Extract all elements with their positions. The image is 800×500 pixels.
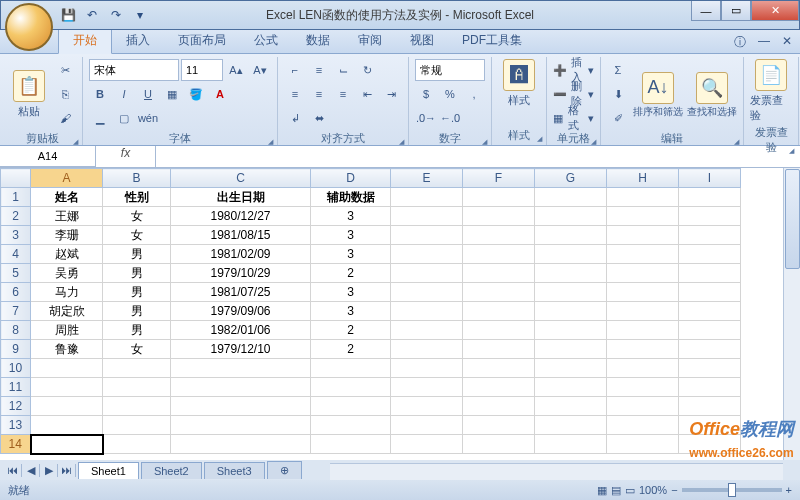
sheet-tab-1[interactable]: Sheet1 bbox=[78, 462, 139, 479]
align-right-icon[interactable]: ≡ bbox=[332, 83, 354, 105]
cell-H3[interactable] bbox=[607, 226, 679, 245]
cell-D2[interactable]: 3 bbox=[311, 207, 391, 226]
col-header-H[interactable]: H bbox=[607, 169, 679, 188]
cell-I4[interactable] bbox=[679, 245, 741, 264]
comma-icon[interactable]: , bbox=[463, 83, 485, 105]
cell-G14[interactable] bbox=[535, 435, 607, 454]
cell-F12[interactable] bbox=[463, 397, 535, 416]
tab-data[interactable]: 数据 bbox=[292, 28, 344, 53]
cell-C7[interactable]: 1979/09/06 bbox=[171, 302, 311, 321]
decrease-decimal-icon[interactable]: ←.0 bbox=[439, 107, 461, 129]
cell-F8[interactable] bbox=[463, 321, 535, 340]
horizontal-scrollbar[interactable] bbox=[330, 463, 783, 480]
cell-A6[interactable]: 马力 bbox=[31, 283, 103, 302]
cell-F9[interactable] bbox=[463, 340, 535, 359]
italic-button[interactable]: I bbox=[113, 83, 135, 105]
new-sheet-button[interactable]: ⊕ bbox=[267, 461, 302, 479]
sheet-tab-2[interactable]: Sheet2 bbox=[141, 462, 202, 479]
cell-C11[interactable] bbox=[171, 378, 311, 397]
cell-C14[interactable] bbox=[171, 435, 311, 454]
cell-I2[interactable] bbox=[679, 207, 741, 226]
cell-F6[interactable] bbox=[463, 283, 535, 302]
cell-I3[interactable] bbox=[679, 226, 741, 245]
cell-D10[interactable] bbox=[311, 359, 391, 378]
increase-decimal-icon[interactable]: .0→ bbox=[415, 107, 437, 129]
cell-D7[interactable]: 3 bbox=[311, 302, 391, 321]
cell-F5[interactable] bbox=[463, 264, 535, 283]
cell-H13[interactable] bbox=[607, 416, 679, 435]
zoom-slider[interactable] bbox=[682, 488, 782, 492]
cell-I6[interactable] bbox=[679, 283, 741, 302]
cell-B7[interactable]: 男 bbox=[103, 302, 171, 321]
tab-layout[interactable]: 页面布局 bbox=[164, 28, 240, 53]
cell-C1[interactable]: 出生日期 bbox=[171, 188, 311, 207]
view-layout-icon[interactable]: ▤ bbox=[611, 484, 621, 497]
cell-G7[interactable] bbox=[535, 302, 607, 321]
cell-A11[interactable] bbox=[31, 378, 103, 397]
row-header-12[interactable]: 12 bbox=[1, 397, 31, 416]
tab-review[interactable]: 审阅 bbox=[344, 28, 396, 53]
indent-inc-icon[interactable]: ⇥ bbox=[380, 83, 402, 105]
cell-G4[interactable] bbox=[535, 245, 607, 264]
cell-I11[interactable] bbox=[679, 378, 741, 397]
cell-G8[interactable] bbox=[535, 321, 607, 340]
cell-H6[interactable] bbox=[607, 283, 679, 302]
cell-B5[interactable]: 男 bbox=[103, 264, 171, 283]
cell-F7[interactable] bbox=[463, 302, 535, 321]
cell-A1[interactable]: 姓名 bbox=[31, 188, 103, 207]
cell-H9[interactable] bbox=[607, 340, 679, 359]
cell-G10[interactable] bbox=[535, 359, 607, 378]
cell-E9[interactable] bbox=[391, 340, 463, 359]
invoice-verify-button[interactable]: 📄 发票查验 bbox=[750, 59, 792, 123]
undo-icon[interactable]: ↶ bbox=[83, 6, 101, 24]
cell-I12[interactable] bbox=[679, 397, 741, 416]
help-icon[interactable]: ⓘ bbox=[734, 34, 746, 51]
cell-B10[interactable] bbox=[103, 359, 171, 378]
sheet-nav-last-icon[interactable]: ⏭ bbox=[58, 464, 76, 477]
cell-H4[interactable] bbox=[607, 245, 679, 264]
cell-A3[interactable]: 李珊 bbox=[31, 226, 103, 245]
cell-C5[interactable]: 1979/10/29 bbox=[171, 264, 311, 283]
find-select-button[interactable]: 🔍 查找和选择 bbox=[687, 59, 737, 129]
zoom-level[interactable]: 100% bbox=[639, 484, 667, 496]
cell-E12[interactable] bbox=[391, 397, 463, 416]
cell-F4[interactable] bbox=[463, 245, 535, 264]
align-top-icon[interactable]: ⌐ bbox=[284, 59, 306, 81]
cell-I5[interactable] bbox=[679, 264, 741, 283]
col-header-F[interactable]: F bbox=[463, 169, 535, 188]
cell-B8[interactable]: 男 bbox=[103, 321, 171, 340]
merge-center-icon[interactable]: ⬌ bbox=[308, 107, 330, 129]
border-icon[interactable]: ▦ bbox=[161, 83, 183, 105]
zoom-out-icon[interactable]: − bbox=[671, 484, 677, 496]
cell-A13[interactable] bbox=[31, 416, 103, 435]
border-bottom-icon[interactable]: ▁ bbox=[89, 107, 111, 129]
font-size-select[interactable] bbox=[181, 59, 223, 81]
cell-D14[interactable] bbox=[311, 435, 391, 454]
format-painter-icon[interactable]: 🖌 bbox=[54, 107, 76, 129]
number-format-select[interactable] bbox=[415, 59, 485, 81]
cell-E7[interactable] bbox=[391, 302, 463, 321]
cell-C13[interactable] bbox=[171, 416, 311, 435]
tab-insert[interactable]: 插入 bbox=[112, 28, 164, 53]
cell-H11[interactable] bbox=[607, 378, 679, 397]
col-header-C[interactable]: C bbox=[171, 169, 311, 188]
row-header-9[interactable]: 9 bbox=[1, 340, 31, 359]
cell-G13[interactable] bbox=[535, 416, 607, 435]
cell-E13[interactable] bbox=[391, 416, 463, 435]
zoom-in-icon[interactable]: + bbox=[786, 484, 792, 496]
cell-D1[interactable]: 辅助数据 bbox=[311, 188, 391, 207]
col-header-B[interactable]: B bbox=[103, 169, 171, 188]
cell-D9[interactable]: 2 bbox=[311, 340, 391, 359]
name-box[interactable]: A14 bbox=[0, 146, 96, 167]
cell-C3[interactable]: 1981/08/15 bbox=[171, 226, 311, 245]
row-header-1[interactable]: 1 bbox=[1, 188, 31, 207]
cell-D8[interactable]: 2 bbox=[311, 321, 391, 340]
font-name-select[interactable] bbox=[89, 59, 179, 81]
cell-E4[interactable] bbox=[391, 245, 463, 264]
cell-F14[interactable] bbox=[463, 435, 535, 454]
cell-G9[interactable] bbox=[535, 340, 607, 359]
row-header-2[interactable]: 2 bbox=[1, 207, 31, 226]
sort-filter-button[interactable]: A↓ 排序和筛选 bbox=[633, 59, 683, 129]
row-header-10[interactable]: 10 bbox=[1, 359, 31, 378]
cell-H8[interactable] bbox=[607, 321, 679, 340]
